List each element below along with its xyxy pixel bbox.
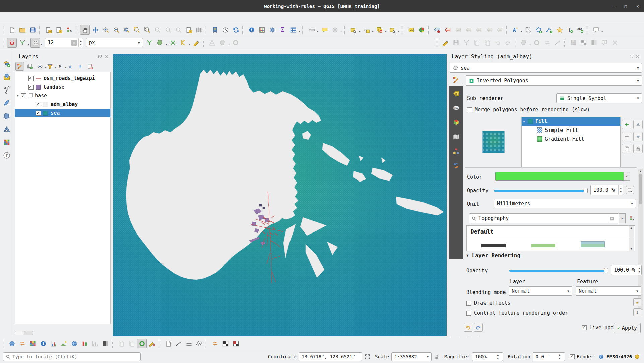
snap-on-segment-button[interactable]: ▾ [179,38,188,48]
move-down-symbol-layer-button[interactable] [633,132,643,141]
menu-item[interactable] [3,16,9,19]
add-vector-layer-button[interactable] [2,72,12,82]
zoom-out-button[interactable] [111,25,121,35]
zoom-next-button[interactable] [174,25,183,35]
tab-3d-view[interactable] [451,117,461,127]
swap-coordinates-button[interactable] [210,339,220,348]
layer-item-landuse[interactable]: landuse [15,83,110,91]
save-project-button[interactable] [28,25,38,35]
style-preview-topo-line[interactable] [481,244,506,247]
close-panel-icon[interactable] [636,54,640,60]
draw-effects-row[interactable]: Draw effects [466,300,510,306]
layer-opacity-spinbox[interactable]: 100.0 % ▲▼ [611,265,642,275]
reshape-features-button[interactable] [589,38,599,48]
paste-features-button[interactable] [482,38,492,48]
remove-symbol-layer-button[interactable] [622,132,631,141]
text-annotation-button[interactable]: ▾ [591,25,601,35]
menu-item[interactable] [70,16,76,19]
tab-layers[interactable] [15,331,23,335]
map-canvas[interactable] [113,54,447,336]
new-layer-page-button[interactable] [163,339,173,348]
symbol-layer-fill[interactable]: ▾ Fill [522,117,620,126]
copy-style-button[interactable] [116,339,126,348]
deselect-features-button[interactable]: ▾ [375,25,384,35]
close-button[interactable]: × [634,4,641,9]
undo-style-button[interactable] [464,323,472,332]
change-label-button[interactable] [484,25,494,35]
layer-blend-combo[interactable]: Normal▼ [509,286,572,296]
add-ring-button[interactable] [569,38,578,48]
tab-symbology[interactable] [449,74,463,86]
processing-gear-button[interactable] [267,25,277,35]
filter-legend-button[interactable]: ▾ [46,62,54,71]
float-panel-icon[interactable] [98,54,102,60]
layer-visibility-checkbox[interactable] [28,76,34,81]
snapping-tolerance-spinbox[interactable]: × ▲▼ [45,38,83,47]
manage-map-themes-button[interactable]: ▾ [36,62,44,71]
create-text-along-line-button[interactable] [575,25,585,35]
expander-icon[interactable]: ▾ [15,94,20,98]
highlight-labels-button[interactable] [443,25,452,35]
tab-labels[interactable] [451,88,461,98]
style-preview-topo-fill[interactable] [581,241,605,247]
merge-polygons-checkbox[interactable] [467,107,472,112]
paste-style-button[interactable] [127,339,136,348]
clear-search-icon[interactable] [609,216,615,221]
tab-masks[interactable] [451,103,461,113]
select-features-button[interactable]: ▾ [348,25,358,35]
add-wms-layer-button[interactable] [2,137,12,147]
move-feature-button[interactable]: ▾ [218,38,228,48]
rotation-spinbox[interactable]: 0.0 °▲▼ [533,352,565,361]
fill-color-swatch[interactable] [495,172,624,181]
bookmarks-button[interactable] [210,25,220,35]
apply-button[interactable]: ✓ Apply [614,323,641,333]
metadata-button[interactable] [38,339,48,348]
styled-layer-combo[interactable]: sea ▼ [450,63,642,73]
diagonal-pattern-button[interactable] [174,339,183,348]
zoom-last-button[interactable] [163,25,173,35]
menu-item[interactable] [18,16,24,19]
expander-icon[interactable]: ▾ [523,120,528,123]
render-checkbox[interactable] [570,354,575,359]
layer-visibility-checkbox[interactable] [36,102,41,107]
open-project-button[interactable] [17,25,27,35]
help-button[interactable] [2,150,12,160]
layer-item-base[interactable]: ▾ base [15,91,110,100]
duplicate-symbol-layer-button[interactable] [622,144,631,153]
menu-item[interactable] [107,16,113,19]
tab-layer-order[interactable] [24,331,33,335]
feature-blend-combo[interactable]: Normal▼ [576,286,641,296]
vertex-tool-button[interactable]: ▾ [519,38,529,48]
add-group-button[interactable] [25,62,34,71]
menu-item[interactable] [77,16,83,19]
layer-opacity-slider[interactable] [509,270,608,272]
layer-visibility-checkbox[interactable] [28,85,34,90]
unit-combo[interactable]: Millimeters ▼ [494,199,636,208]
layer-rendering-header[interactable]: ▼ Layer Rendering [466,252,520,259]
checker-pattern-button[interactable] [220,339,230,348]
offset-curve-button[interactable] [600,38,609,48]
hatch-pattern-button[interactable] [194,339,204,348]
new-project-button[interactable] [7,25,17,35]
locator-search[interactable] [3,352,141,361]
new-map-view-button[interactable] [184,25,194,35]
copy-features-button[interactable] [472,38,482,48]
messages-icon[interactable] [634,354,640,360]
avoid-overlap-button[interactable]: ▾ [155,38,165,48]
digitize-button[interactable] [462,38,471,48]
slider-handle[interactable] [604,268,608,273]
opacity-slider[interactable] [494,190,588,192]
style-search-box[interactable]: Topography [469,213,619,223]
topological-editing-button[interactable] [145,38,154,48]
delete-selected-button[interactable] [532,38,542,48]
layer-visibility-checkbox[interactable] [36,111,41,116]
identify-features-button[interactable] [247,25,256,35]
create-text-annotation-button[interactable] [565,25,575,35]
style-list-scrollbar[interactable]: ▲▼ [629,226,634,251]
zoom-to-layer-button[interactable] [142,25,152,35]
pin-labels-button[interactable] [432,25,442,35]
create-line-annotation-button[interactable] [544,25,554,35]
collapse-all-button[interactable]: ↟ [76,62,84,71]
menu-item[interactable] [48,16,54,19]
menu-item[interactable] [55,16,61,19]
